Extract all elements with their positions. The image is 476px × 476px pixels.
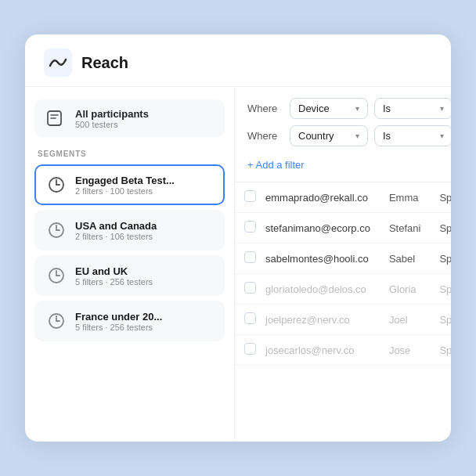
segment-info-france: France under 20... 5 filters · 256 teste… [75,311,162,332]
filter-label-2: Where [247,130,283,142]
row-checkbox[interactable] [244,251,256,263]
chevron-down-icon: ▾ [440,104,444,113]
chevron-down-icon: ▾ [355,132,359,140]
segment-info-usa-canada: USA and Canada 2 filters · 106 testers [75,220,157,241]
row-country: Spain [430,182,451,213]
right-panel: Where Device ▾ Is ▾ Where Country ▾ [235,87,451,442]
segment-info-engaged-beta: Engaged Beta Test... 2 filters · 100 tes… [75,175,175,196]
row-email: sabelmontes@hooli.co [256,243,380,274]
row-first-name: Jose [380,335,430,366]
segment-meta-eu-uk: 5 filters · 256 testers [75,277,153,287]
filter-operator-2[interactable]: Is ▾ [374,125,451,146]
chevron-down-icon: ▾ [440,132,444,140]
sidebar: All participants 500 testers SEGMENTS En… [25,87,235,442]
table-row[interactable]: emmaprado@rekall.co Emma Spain [235,182,451,213]
row-first-name: Joel [380,305,430,335]
segment-item-france[interactable]: France under 20... 5 filters · 256 teste… [34,301,225,341]
filter-field-country[interactable]: Country ▾ [290,125,368,146]
participants-icon [45,107,67,129]
table-row[interactable]: gloriatoledo@delos.co Gloria Spain [235,274,451,305]
all-participants-text: All participants 500 testers [75,108,149,129]
row-first-name: Sabel [380,243,430,274]
row-checkbox[interactable] [244,312,256,324]
filter-row-2: Where Country ▾ Is ▾ [247,125,438,146]
table-row[interactable]: sabelmontes@hooli.co Sabel Spain [235,243,451,274]
segment-name-eu-uk: EU and UK [75,265,153,277]
row-checkbox-cell [235,213,256,243]
table-area: emmaprado@rekall.co Emma Spain stefanima… [235,182,451,442]
row-country: Spain [430,305,451,335]
segment-name-usa-canada: USA and Canada [75,220,157,232]
table-row[interactable]: josecarlos@nerv.co Jose Spain [235,335,451,366]
segment-icon-usa-canada [45,219,67,241]
app-header: Reach [25,34,451,87]
all-participants-count: 500 testers [75,120,149,129]
app-title: Reach [81,54,128,72]
row-country: Spain [430,335,451,366]
reach-logo-icon [44,49,72,77]
segments-label: SEGMENTS [34,150,225,158]
row-checkbox[interactable] [244,282,256,294]
row-checkbox-cell [235,182,256,213]
filters-area: Where Device ▾ Is ▾ Where Country ▾ [235,87,451,182]
segment-item-eu-uk[interactable]: EU and UK 5 filters · 256 testers [34,255,225,296]
segment-item-engaged-beta[interactable]: Engaged Beta Test... 2 filters · 100 tes… [34,164,225,205]
segment-meta-france: 5 filters · 256 testers [75,323,162,332]
row-email: stefanimano@ecorp.co [256,213,380,243]
table-row[interactable]: stefanimano@ecorp.co Stefani Spain [235,213,451,243]
row-email: josecarlos@nerv.co [256,335,380,366]
row-checkbox[interactable] [244,190,256,202]
table-row[interactable]: joelperez@nerv.co Joel Spain [235,305,451,335]
row-first-name: Gloria [380,274,430,305]
row-checkbox-cell [235,335,256,366]
segment-meta-usa-canada: 2 filters · 106 testers [75,232,157,241]
row-checkbox-cell [235,305,256,335]
segment-meta-engaged-beta: 2 filters · 100 testers [75,186,175,196]
all-participants-item[interactable]: All participants 500 testers [34,99,225,137]
row-checkbox-cell [235,274,256,305]
chevron-down-icon: ▾ [355,104,359,113]
all-participants-label: All participants [75,108,149,120]
main-content: All participants 500 testers SEGMENTS En… [25,87,451,442]
row-first-name: Stefani [380,213,430,243]
row-country: Spain [430,213,451,243]
segment-icon-eu-uk [45,265,67,287]
filter-row-1: Where Device ▾ Is ▾ [247,98,438,119]
row-checkbox[interactable] [244,221,256,233]
segment-icon-engaged-beta [45,174,67,196]
row-checkbox[interactable] [244,343,256,355]
add-filter-button[interactable]: + Add a filter [247,153,438,174]
row-email: emmaprado@rekall.co [256,182,380,213]
row-checkbox-cell [235,243,256,274]
segment-info-eu-uk: EU and UK 5 filters · 256 testers [75,265,153,287]
filter-operator-1[interactable]: Is ▾ [374,98,451,119]
row-email: gloriatoledo@delos.co [256,274,380,305]
row-email: joelperez@nerv.co [256,305,380,335]
row-country: Spain [430,274,451,305]
row-first-name: Emma [380,182,430,213]
segment-name-france: France under 20... [75,311,162,323]
filter-field-device[interactable]: Device ▾ [290,98,368,119]
segment-icon-france [45,310,67,332]
row-country: Spain [430,243,451,274]
segment-item-usa-canada[interactable]: USA and Canada 2 filters · 106 testers [34,210,225,251]
segment-name-engaged-beta: Engaged Beta Test... [75,175,175,186]
filter-label-1: Where [247,103,283,114]
app-window: Reach All participants 500 testers SEGME… [25,34,451,442]
results-table: emmaprado@rekall.co Emma Spain stefanima… [235,182,451,366]
